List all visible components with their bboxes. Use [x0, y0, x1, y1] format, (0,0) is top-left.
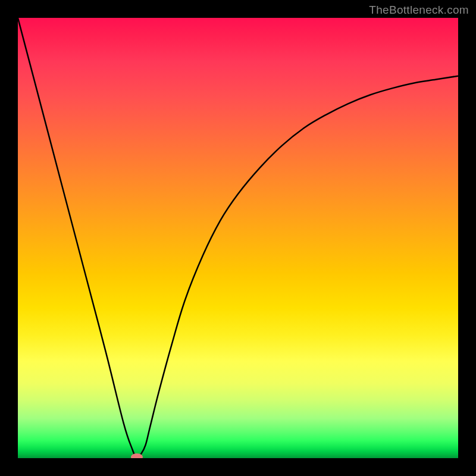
bottleneck-curve: [18, 18, 458, 458]
chart-plot-area: [18, 18, 458, 458]
optimal-point-marker: [131, 453, 143, 458]
chart-container: TheBottleneck.com: [0, 0, 476, 476]
curve-svg: [18, 18, 458, 458]
watermark-text: TheBottleneck.com: [369, 4, 469, 17]
